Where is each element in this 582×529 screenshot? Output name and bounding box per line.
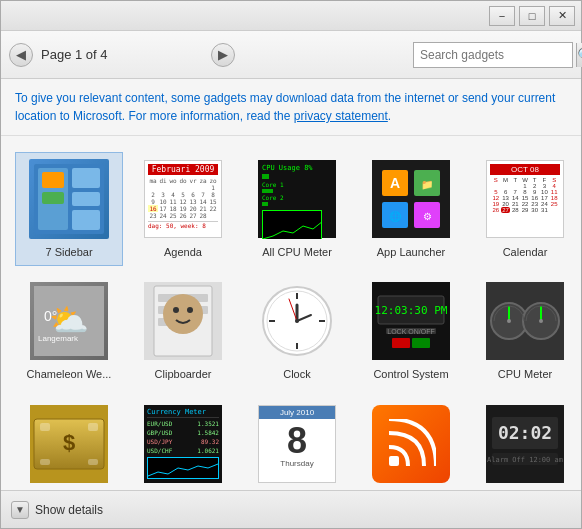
gadget-icon-controlsystem: 12:03:30 PM LOCK ON/OFF — [371, 281, 451, 361]
gadget-grid-container: 7 Sidebar Februari 2009 madiwodovrzazo 1… — [15, 152, 567, 490]
svg-point-49 — [507, 319, 511, 323]
gadget-icon-chameleon: ⛅ 0° Langemark — [29, 281, 109, 361]
svg-point-26 — [173, 307, 179, 313]
svg-point-25 — [163, 294, 203, 334]
gadget-icon-cpumeter — [485, 281, 565, 361]
page-info: Page 1 of 4 — [41, 47, 203, 62]
gadget-agenda[interactable]: Februari 2009 madiwodovrzazo 1 2345678 9… — [129, 152, 237, 266]
svg-text:02:02: 02:02 — [498, 422, 552, 443]
gadget-icon-agenda: Februari 2009 madiwodovrzazo 1 2345678 9… — [143, 159, 223, 239]
minimize-button[interactable]: − — [489, 6, 515, 26]
search-input[interactable] — [414, 43, 576, 67]
svg-rect-43 — [392, 338, 410, 348]
svg-rect-57 — [88, 423, 98, 431]
gadget-icon-customcalendar: July 2010 8 Thursday — [257, 404, 337, 484]
title-bar: − □ ✕ — [1, 1, 581, 31]
gadget-applauncher[interactable]: A 📁 🌐 ⚙ App Launcher — [357, 152, 465, 266]
toolbar: ◀ Page 1 of 4 ▶ 🔍 — [1, 31, 581, 79]
gadget-label-cpumeter: CPU Meter — [498, 367, 552, 381]
restore-button[interactable]: □ — [519, 6, 545, 26]
svg-point-51 — [539, 319, 543, 323]
gadget-icon-7sidebar — [29, 159, 109, 239]
gadget-icon-clipboarder — [143, 281, 223, 361]
svg-text:0°: 0° — [44, 308, 57, 324]
search-box: 🔍 — [413, 42, 573, 68]
gadget-icon-clock — [257, 281, 337, 361]
chevron-down-icon: ▼ — [11, 501, 29, 519]
gadget-label-controlsystem: Control System — [373, 367, 448, 381]
svg-text:$: $ — [63, 430, 75, 455]
gadget-label-clock: Clock — [283, 367, 311, 381]
svg-rect-59 — [88, 459, 98, 465]
show-details-label: Show details — [35, 503, 103, 517]
show-details-button[interactable]: ▼ Show details — [11, 501, 103, 519]
title-bar-buttons: − □ ✕ — [489, 6, 575, 26]
gadget-controlsystem[interactable]: 12:03:30 PM LOCK ON/OFF Control System — [357, 274, 465, 388]
svg-rect-2 — [72, 168, 100, 188]
gadgets-grid: 7 Sidebar Februari 2009 madiwodovrzazo 1… — [1, 136, 581, 490]
gadget-icon-digiclock: 02:02 Alarm Off 12:00 am — [485, 404, 565, 484]
svg-text:LOCK ON/OFF: LOCK ON/OFF — [387, 328, 434, 335]
gadget-clock[interactable]: Clock — [243, 274, 351, 388]
svg-rect-58 — [40, 459, 50, 465]
gadget-icon-allcpu: CPU Usage 8% Core 1 Core 2 — [257, 159, 337, 239]
svg-point-37 — [295, 319, 299, 323]
gadget-label-clipboarder: Clipboarder — [155, 367, 212, 381]
gadget-chameleon[interactable]: ⛅ 0° Langemark Chameleon We... — [15, 274, 123, 388]
svg-text:📁: 📁 — [421, 178, 434, 191]
gadget-7sidebar[interactable]: 7 Sidebar — [15, 152, 123, 266]
gadget-customcalendar[interactable]: July 2010 8 Thursday Custom Calendar — [243, 397, 351, 490]
gadgets-window: − □ ✕ ◀ Page 1 of 4 ▶ 🔍 To give you rele… — [0, 0, 582, 529]
gadget-label-7sidebar: 7 Sidebar — [45, 245, 92, 259]
svg-text:Alarm Off  12:00 am: Alarm Off 12:00 am — [487, 456, 563, 464]
gadget-icon-currency: $ — [29, 404, 109, 484]
gadget-icon-currencymeter: Currency Meter EUR/USD1.3521 GBP/USD1.58… — [143, 404, 223, 484]
gadget-label-agenda: Agenda — [164, 245, 202, 259]
svg-text:12:03:30 PM: 12:03:30 PM — [375, 304, 448, 317]
gadget-desktopfeed[interactable]: Desktop Feed R... — [357, 397, 465, 490]
gadget-icon-applauncher: A 📁 🌐 ⚙ — [371, 159, 451, 239]
svg-rect-6 — [42, 192, 64, 204]
svg-text:⚙: ⚙ — [423, 211, 432, 222]
gadget-cpumeter[interactable]: CPU Meter — [471, 274, 579, 388]
gadget-allcpu[interactable]: CPU Usage 8% Core 1 Core 2 — [243, 152, 351, 266]
gadget-icon-desktopfeed — [371, 404, 451, 484]
gadget-clipboarder[interactable]: Clipboarder — [129, 274, 237, 388]
svg-point-27 — [187, 307, 193, 313]
svg-rect-3 — [72, 192, 100, 206]
footer: ▼ Show details — [1, 490, 581, 528]
info-bar: To give you relevant content, some gadge… — [1, 79, 581, 136]
svg-rect-4 — [72, 210, 100, 230]
svg-text:A: A — [390, 175, 400, 191]
close-button[interactable]: ✕ — [549, 6, 575, 26]
svg-text:🌐: 🌐 — [389, 210, 402, 223]
gadget-calendar[interactable]: OCT 08 SMTWTFS 1234 567891011 1213141516… — [471, 152, 579, 266]
gadget-currency[interactable]: $ Currency — [15, 397, 123, 490]
gadget-label-chameleon: Chameleon We... — [27, 367, 112, 381]
gadget-digiclock[interactable]: 02:02 Alarm Off 12:00 am Digiclock — [471, 397, 579, 490]
gadget-label-calendar: Calendar — [503, 245, 548, 259]
svg-rect-56 — [40, 423, 50, 431]
gadget-label-applauncher: App Launcher — [377, 245, 446, 259]
nav-next-button[interactable]: ▶ — [211, 43, 235, 67]
search-button[interactable]: 🔍 — [576, 43, 582, 67]
gadget-icon-calendar: OCT 08 SMTWTFS 1234 567891011 1213141516… — [485, 159, 565, 239]
gadget-currencymeter[interactable]: Currency Meter EUR/USD1.3521 GBP/USD1.58… — [129, 397, 237, 490]
svg-rect-44 — [412, 338, 430, 348]
svg-text:Langemark: Langemark — [38, 334, 79, 343]
nav-prev-button[interactable]: ◀ — [9, 43, 33, 67]
gadget-label-allcpu: All CPU Meter — [262, 245, 332, 259]
svg-rect-60 — [389, 456, 399, 466]
svg-rect-5 — [42, 172, 64, 188]
privacy-link[interactable]: privacy statement — [294, 109, 388, 123]
